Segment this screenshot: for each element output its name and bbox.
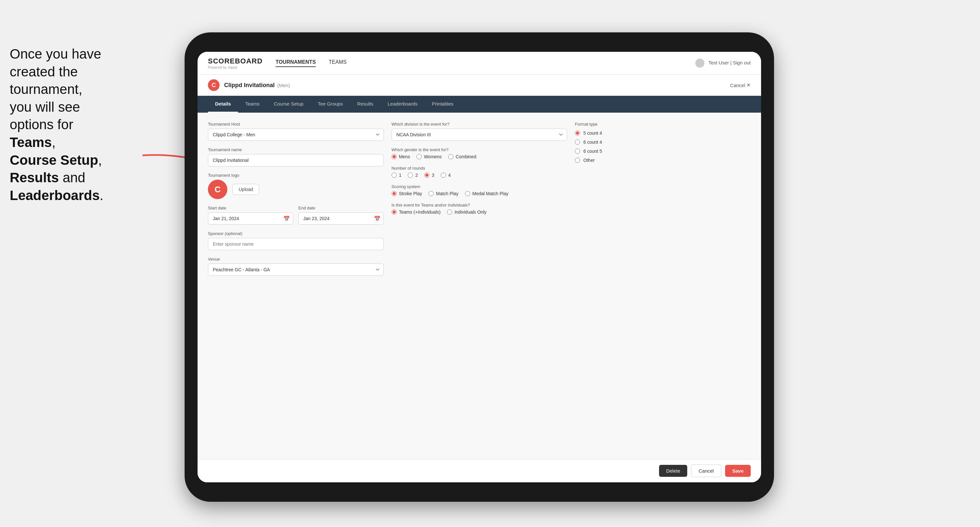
tournament-icon: C	[208, 79, 220, 91]
gender-combined-label: Combined	[456, 154, 476, 159]
scoring-stroke-radio[interactable]	[391, 191, 397, 196]
gender-mens-label: Mens	[399, 154, 410, 159]
start-date-label: Start date	[208, 206, 293, 210]
format-5count4-label: 5 count 4	[583, 130, 602, 136]
upload-button[interactable]: Upload	[232, 184, 259, 195]
sponsor-field: Sponsor (optional)	[208, 231, 384, 250]
nav-link-teams[interactable]: TEAMS	[329, 59, 347, 67]
format-6count5-option[interactable]: 6 count 5	[575, 149, 751, 154]
format-5count4-radio[interactable]	[575, 130, 580, 136]
bold-results: Results	[10, 170, 59, 185]
tab-printables[interactable]: Printables	[425, 96, 461, 113]
left-column: Tournament Host Clippd College - Men Tou…	[208, 122, 384, 450]
format-6count5-label: 6 count 5	[583, 149, 602, 154]
rounds-3-radio[interactable]	[424, 173, 430, 178]
rounds-3-option[interactable]: 3	[424, 173, 434, 178]
cancel-label: Cancel	[730, 83, 745, 88]
start-date-calendar-icon: 📅	[283, 216, 290, 222]
teams-radio[interactable]	[391, 210, 397, 214]
individuals-option[interactable]: Individuals Only	[447, 210, 487, 214]
format-type-label: Format type	[575, 122, 751, 127]
start-date-input[interactable]	[208, 212, 293, 225]
tournament-header: C Clippd Invitational (Men) Cancel ✕	[197, 75, 761, 96]
tab-teams[interactable]: Teams	[238, 96, 267, 113]
user-icon	[695, 59, 705, 68]
bold-leaderboards: Leaderboards	[10, 188, 100, 203]
rounds-2-label: 2	[415, 173, 418, 178]
tournament-name-input[interactable]	[208, 154, 384, 167]
format-other-radio[interactable]	[575, 158, 580, 163]
format-other-label: Other	[583, 158, 595, 163]
format-6count4-option[interactable]: 6 count 4	[575, 140, 751, 145]
scoring-medal-radio[interactable]	[465, 191, 470, 196]
tournament-host-select[interactable]: Clippd College - Men	[208, 129, 384, 141]
rounds-2-option[interactable]: 2	[408, 173, 418, 178]
rounds-4-label: 4	[448, 173, 451, 178]
tournament-logo-label: Tournament logo	[208, 173, 384, 178]
tournament-subtitle: (Men)	[277, 83, 290, 88]
scoring-match-option[interactable]: Match Play	[428, 191, 458, 196]
scoring-stroke-option[interactable]: Stroke Play	[391, 191, 422, 196]
delete-button[interactable]: Delete	[659, 465, 687, 477]
gender-womens-radio[interactable]	[417, 154, 422, 159]
division-label: Which division is the event for?	[391, 122, 567, 127]
sponsor-input[interactable]	[208, 238, 384, 250]
comma1: ,	[52, 135, 56, 150]
individuals-label: Individuals Only	[454, 210, 487, 214]
gender-womens-option[interactable]: Womens	[417, 154, 442, 159]
gender-radio-group: Mens Womens Combined	[391, 154, 567, 159]
teams-option[interactable]: Teams (+Individuals)	[391, 210, 441, 214]
logo-sub: Powered by clippd	[208, 65, 262, 69]
venue-field: Venue Peachtree GC - Atlanta - GA	[208, 257, 384, 276]
date-row: Start date 📅 End date 📅	[208, 206, 384, 225]
tab-results[interactable]: Results	[350, 96, 380, 113]
end-date-input[interactable]	[298, 212, 383, 225]
middle-column: Which division is the event for? NCAA Di…	[391, 122, 567, 450]
division-select[interactable]: NCAA Division III	[391, 129, 567, 141]
format-6count5-radio[interactable]	[575, 149, 580, 154]
logo-text: SCOREBOARD	[208, 57, 262, 65]
and-text: and	[59, 170, 86, 185]
rounds-radio-group: 1 2 3 4	[391, 173, 567, 178]
rounds-4-option[interactable]: 4	[441, 173, 451, 178]
rounds-1-radio[interactable]	[391, 173, 397, 178]
main-content: Tournament Host Clippd College - Men Tou…	[197, 113, 761, 483]
tab-details[interactable]: Details	[208, 96, 238, 113]
teams-label: Teams (+Individuals)	[399, 210, 441, 214]
instructional-text: Once you havecreated thetournament,you w…	[0, 39, 156, 211]
bold-teams: Teams	[10, 135, 52, 150]
tournament-title: Clippd Invitational	[224, 82, 275, 89]
rounds-label: Number of rounds	[391, 166, 567, 171]
sponsor-label: Sponsor (optional)	[208, 231, 384, 236]
scoring-medal-option[interactable]: Medal Match Play	[465, 191, 509, 196]
scoring-match-radio[interactable]	[428, 191, 434, 196]
division-field: Which division is the event for? NCAA Di…	[391, 122, 567, 141]
tab-tee-groups[interactable]: Tee Groups	[310, 96, 350, 113]
rounds-2-radio[interactable]	[408, 173, 413, 178]
gender-mens-option[interactable]: Mens	[391, 154, 410, 159]
end-date-wrap: 📅	[298, 212, 383, 225]
tab-leaderboards[interactable]: Leaderboards	[380, 96, 425, 113]
format-6count4-radio[interactable]	[575, 140, 580, 145]
gender-mens-radio[interactable]	[391, 154, 397, 159]
individuals-radio[interactable]	[447, 210, 452, 214]
save-button[interactable]: Save	[725, 465, 751, 477]
scoring-label: Scoring system	[391, 184, 567, 189]
rounds-1-label: 1	[399, 173, 402, 178]
tab-course-setup[interactable]: Course Setup	[267, 96, 310, 113]
rounds-4-radio[interactable]	[441, 173, 446, 178]
format-other-option[interactable]: Other	[575, 158, 751, 163]
cancel-tournament-button[interactable]: Cancel ✕	[730, 82, 751, 88]
user-sign-out[interactable]: Test User | Sign out	[708, 60, 751, 65]
cancel-button[interactable]: Cancel	[691, 465, 721, 477]
gender-combined-option[interactable]: Combined	[448, 154, 476, 159]
end-date-calendar-icon: 📅	[374, 216, 380, 222]
team-individual-radio-group: Teams (+Individuals) Individuals Only	[391, 210, 567, 214]
gender-combined-radio[interactable]	[448, 154, 453, 159]
nav-link-tournaments[interactable]: TOURNAMENTS	[275, 59, 316, 67]
format-5count4-option[interactable]: 5 count 4	[575, 130, 751, 136]
venue-select[interactable]: Peachtree GC - Atlanta - GA	[208, 264, 384, 276]
tablet-frame: SCOREBOARD Powered by clippd TOURNAMENTS…	[185, 32, 774, 502]
rounds-1-option[interactable]: 1	[391, 173, 402, 178]
scoring-stroke-label: Stroke Play	[399, 191, 422, 196]
